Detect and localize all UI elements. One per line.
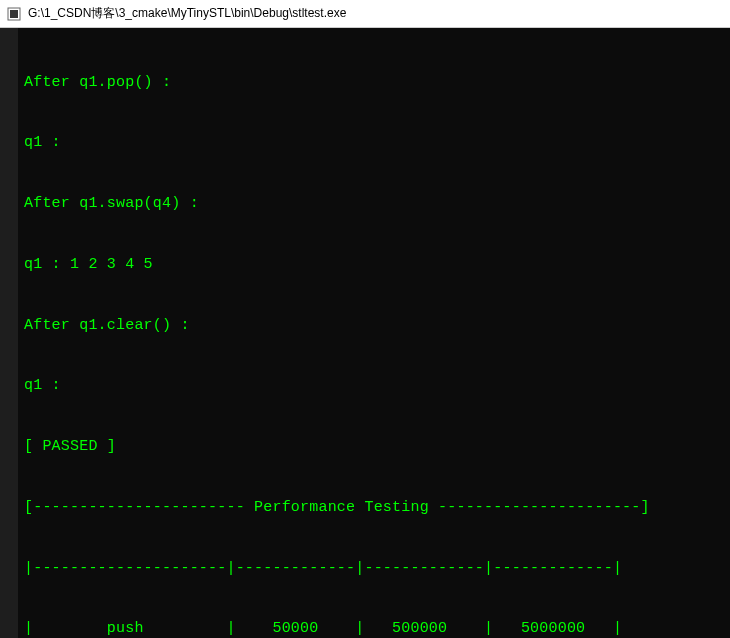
window-title: G:\1_CSDN博客\3_cmake\MyTinySTL\bin\Debug\… (28, 5, 346, 22)
console-line: [----------------------- Performance Tes… (24, 498, 724, 518)
console-output[interactable]: After q1.pop() : q1 : After q1.swap(q4) … (18, 28, 730, 638)
console-line: |---------------------|-------------|---… (24, 559, 724, 579)
console-line: After q1.clear() : (24, 316, 724, 336)
console-line: q1 : (24, 133, 724, 153)
content-wrap: After q1.pop() : q1 : After q1.swap(q4) … (0, 28, 730, 638)
console-line: [ PASSED ] (24, 437, 724, 457)
svg-rect-1 (10, 10, 18, 18)
console-line: After q1.swap(q4) : (24, 194, 724, 214)
left-gutter (0, 28, 18, 638)
console-line: After q1.pop() : (24, 73, 724, 93)
console-line: q1 : 1 2 3 4 5 (24, 255, 724, 275)
console-line: | push | 50000 | 500000 | 5000000 | (24, 619, 724, 638)
app-icon (6, 6, 22, 22)
window-titlebar: G:\1_CSDN博客\3_cmake\MyTinySTL\bin\Debug\… (0, 0, 730, 28)
console-line: q1 : (24, 376, 724, 396)
